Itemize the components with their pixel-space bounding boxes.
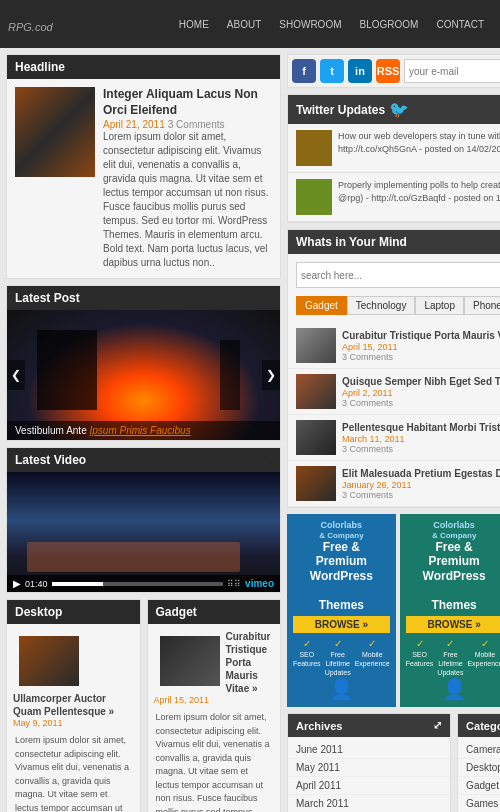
ad-brand-2: Colorlabs& Company [406,520,500,540]
ad-browse-1[interactable]: BROWSE » [293,616,390,633]
search-box: Whats in Your Mind 🔍 Find It! Gadget Tec… [287,229,500,508]
headline-text: Integer Aliquam Lacus Non Orci Eleifend … [103,87,272,270]
ad-feature-lifetime-1: ✓Free Lifetime Updates [325,637,351,677]
bottom-boxes-row: Desktop Ullamcorper Auctor Quam Pellente… [6,599,281,812]
vimeo-logo: vimeo [245,578,274,589]
progress-bar[interactable] [52,582,224,586]
nav-bar: RPG.cod HOME ABOUT SHOWROOM BLOGROOM CON… [0,0,500,48]
gadget-image [160,636,220,686]
desktop-header: Desktop [7,600,140,624]
nav-blogroom[interactable]: BLOGROOM [352,15,427,34]
cat-desktop: Desktop [458,759,500,777]
right-column: f t in RSS Subscribe Twitter Updates 🐦 H… [287,54,500,812]
tag-phone[interactable]: Phone [464,296,500,315]
search-input[interactable] [296,262,500,288]
headline-box: Headline Integer Aliquam Lacus Non Orci … [6,54,281,279]
archive-item-1: June 2011 [288,741,450,759]
headline-image [15,87,95,177]
rss-icon[interactable]: RSS [376,59,400,83]
archives-list: June 2011 May 2011 April 2011 March 2011… [288,737,450,812]
ad-person-2: 👤 [406,677,500,701]
ad-heading-1: Free &PremiumWordPressThemes [293,540,390,612]
resize-icon-video[interactable] [264,452,276,464]
archive-item-4: March 2011 [288,795,450,812]
latest-post-box: Latest Post ❮ ❯ Vestibulum Ante Ipsum Pr… [6,285,281,441]
archive-item-2: May 2011 [288,759,450,777]
resize-icon-post[interactable] [264,290,276,302]
cat-item-2: Quisque Semper Nibh Eget Sed Tempor » Ap… [288,369,500,415]
social-bar: f t in RSS Subscribe [287,54,500,88]
ad-feature-seo-1: ✓SEO Features [293,637,321,677]
resize-icon[interactable] [264,59,276,71]
nav-contact[interactable]: CONTACT [428,15,492,34]
latest-video-header: Latest Video [7,448,280,472]
cat-title-2: Quisque Semper Nibh Eget Sed Tempor » [342,375,500,388]
cat-title-1: Curabitur Tristique Porta Mauris Vitae » [342,329,500,342]
twitter-item-2: Properly implementing polls to help crea… [288,173,500,222]
cat-text-1: Curabitur Tristique Porta Mauris Vitae »… [342,329,500,362]
twitter-text-1: How our web developers stay in tune with… [338,130,500,166]
video-wrap: ▶ 01:40 ⠿⠿ vimeo [7,472,280,592]
gadget-body: Lorem ipsum dolor sit amet, consectetur … [148,711,281,812]
cat-date-2: April 2, 2011 [342,388,500,398]
headline-title: Integer Aliquam Lacus Non Orci Eleifend [103,87,272,118]
cat-comments-2: 3 Comments [342,398,500,408]
headline-date: April 21, 2011 3 Comments [103,118,272,130]
gadget-content: Curabitur Tristique Porta Mauris Vitae »… [148,624,281,711]
ads-row: Colorlabs& Company Free &PremiumWordPres… [287,514,500,707]
ad-feature-lifetime-2: ✓Free Lifetime Updates [437,637,463,677]
twitter-header: Twitter Updates 🐦 [288,95,500,124]
cat-title-4: Elit Malesuada Pretium Egestas Dolor » [342,467,500,480]
twitter-text-2: Properly implementing polls to help crea… [338,179,500,215]
twitter-icon[interactable]: t [320,59,344,83]
cat-item-4: Elit Malesuada Pretium Egestas Dolor » J… [288,461,500,507]
facebook-icon[interactable]: f [292,59,316,83]
ad-features-2: ✓SEO Features ✓Free Lifetime Updates ✓Mo… [406,637,500,677]
archives-cats-row: Archives ⤢ June 2011 May 2011 April 2011… [287,713,500,812]
nav-home[interactable]: HOME [171,15,217,34]
video-controls[interactable]: ▶ 01:40 ⠿⠿ vimeo [7,575,280,592]
play-button[interactable]: ▶ [13,578,21,589]
headline-header: Headline [7,55,280,79]
search-inner: 🔍 Find It! [288,254,500,296]
gadget-box: Gadget Curabitur Tristique Porta Mauris … [147,599,282,812]
ad-box-1: Colorlabs& Company Free &PremiumWordPres… [287,514,396,707]
tag-gadget[interactable]: Gadget [296,296,347,315]
categories-list: Camera Desktop Gadget Games Laptop Music… [458,737,500,812]
tag-technology[interactable]: Technology [347,296,416,315]
ad-heading-2: Free &PremiumWordPressThemes [406,540,500,612]
archives-resize-icon: ⤢ [433,719,442,732]
cat-games: Games [458,795,500,812]
nav-links: HOME ABOUT SHOWROOM BLOGROOM CONTACT [171,15,492,34]
twitter-avatar-1 [296,130,332,166]
cat-date-1: April 15, 2011 [342,342,500,352]
tags-row: Gadget Technology Laptop Phone [288,296,500,323]
ad-feature-seo-2: ✓SEO Features [406,637,434,677]
cat-item-1: Curabitur Tristique Porta Mauris Vitae »… [288,323,500,369]
ad-person-1: 👤 [293,677,390,701]
category-list: Curabitur Tristique Porta Mauris Vitae »… [288,323,500,507]
cat-camera: Camera [458,741,500,759]
tag-laptop[interactable]: Laptop [415,296,464,315]
linkedin-icon[interactable]: in [348,59,372,83]
cat-text-2: Quisque Semper Nibh Eget Sed Tempor » Ap… [342,375,500,408]
post-prev-arrow[interactable]: ❮ [7,360,25,390]
cat-date-3: March 11, 2011 [342,434,500,444]
nav-showroom[interactable]: SHOWROOM [271,15,349,34]
cat-text-4: Elit Malesuada Pretium Egestas Dolor » J… [342,467,500,500]
desktop-content: Ullamcorper Auctor Quam Pellentesque » M… [7,624,140,734]
dots-icon: ⠿⠿ [227,579,241,589]
progress-fill [52,582,103,586]
email-input[interactable] [404,59,500,83]
ad-feature-mobile-1: ✓Mobile Experience [355,637,390,677]
post-next-arrow[interactable]: ❯ [262,360,280,390]
desktop-date: May 9, 2011 [13,718,134,728]
headline-body: Lorem ipsum dolor sit amet, consectetur … [103,130,272,270]
twitter-title: Twitter Updates [296,103,385,117]
nav-about[interactable]: ABOUT [219,15,269,34]
desktop-image [19,636,79,686]
ad-browse-2[interactable]: BROWSE » [406,616,500,633]
cat-title-3: Pellentesque Habitant Morbi Tristique » [342,421,500,434]
cat-item-3: Pellentesque Habitant Morbi Tristique » … [288,415,500,461]
cat-comments-1: 3 Comments [342,352,500,362]
